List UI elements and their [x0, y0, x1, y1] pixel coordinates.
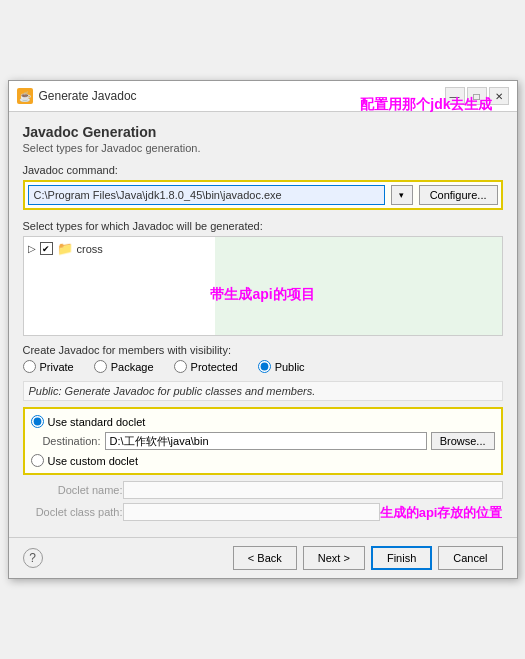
radio-private-input[interactable] [23, 360, 36, 373]
nav-buttons: < Back Next > Finish Cancel [233, 546, 503, 570]
bottom-bar: ? < Back Next > Finish Cancel [9, 537, 517, 578]
tree-row: ▷ ✔ 📁 cross [28, 241, 498, 256]
radio-public-label: Public [275, 361, 305, 373]
radio-public-input[interactable] [258, 360, 271, 373]
folder-icon: 📁 [57, 241, 73, 256]
window-title: Generate Javadoc [39, 89, 137, 103]
dialog-content: Javadoc Generation Select types for Java… [9, 112, 517, 537]
doclet-classpath-row: Doclet class path: 生成的api存放的位置 [23, 502, 503, 522]
doclet-fields: Doclet name: Doclet class path: 生成的api存放… [23, 481, 503, 522]
radio-standard-doclet[interactable]: Use standard doclet [31, 415, 146, 428]
tree-expand-icon[interactable]: ▷ [28, 243, 36, 254]
finish-button[interactable]: Finish [371, 546, 432, 570]
radio-private[interactable]: Private [23, 360, 74, 373]
visibility-section: Create Javadoc for members with visibili… [23, 344, 503, 373]
custom-doclet-row: Use custom doclet [31, 454, 495, 467]
radio-custom-doclet-input[interactable] [31, 454, 44, 467]
header-annotation: 配置用那个jdk去生成 [360, 96, 492, 114]
cancel-button[interactable]: Cancel [438, 546, 502, 570]
types-annotation: 带生成api的项目 [28, 286, 498, 304]
command-input[interactable] [28, 185, 385, 205]
configure-button[interactable]: Configure... [419, 185, 498, 205]
standard-doclet-label: Use standard doclet [48, 416, 146, 428]
radio-protected-input[interactable] [174, 360, 187, 373]
radio-row: Private Package Protected Public [23, 360, 503, 373]
doclet-classpath-label: Doclet class path: [23, 506, 123, 518]
destination-row: Destination: Browse... [31, 432, 495, 450]
types-label: Select types for which Javadoc will be g… [23, 220, 503, 232]
visibility-label: Create Javadoc for members with visibili… [23, 344, 503, 356]
types-area: ▷ ✔ 📁 cross 带生成api的项目 [23, 236, 503, 336]
radio-protected[interactable]: Protected [174, 360, 238, 373]
radio-public[interactable]: Public [258, 360, 305, 373]
doclet-section: Use standard doclet Destination: Browse.… [23, 407, 503, 475]
custom-doclet-label: Use custom doclet [48, 455, 138, 467]
command-label: Javadoc command: [23, 164, 503, 176]
doclet-annotation: 生成的api存放的位置 [380, 504, 503, 522]
tree-item-label: cross [77, 243, 103, 255]
back-button[interactable]: < Back [233, 546, 297, 570]
radio-package-label: Package [111, 361, 154, 373]
page-subtitle: Select types for Javadoc generation. [23, 142, 503, 154]
radio-package[interactable]: Package [94, 360, 154, 373]
command-row: ▾ Configure... [23, 180, 503, 210]
doclet-classpath-input[interactable] [123, 503, 380, 521]
radio-protected-label: Protected [191, 361, 238, 373]
radio-package-input[interactable] [94, 360, 107, 373]
radio-private-label: Private [40, 361, 74, 373]
title-bar-left: ☕ Generate Javadoc [17, 88, 137, 104]
doclet-name-input[interactable] [123, 481, 503, 499]
dropdown-button[interactable]: ▾ [391, 185, 413, 205]
browse-button[interactable]: Browse... [431, 432, 495, 450]
help-button[interactable]: ? [23, 548, 43, 568]
doclet-name-row: Doclet name: [23, 481, 503, 499]
standard-doclet-row: Use standard doclet [31, 415, 495, 428]
tree-checkbox[interactable]: ✔ [40, 242, 53, 255]
page-title: Javadoc Generation [23, 124, 503, 140]
visibility-description: Public: Generate Javadoc for public clas… [23, 381, 503, 401]
next-button[interactable]: Next > [303, 546, 365, 570]
radio-standard-doclet-input[interactable] [31, 415, 44, 428]
window-icon: ☕ [17, 88, 33, 104]
main-window: ☕ Generate Javadoc — □ ✕ Javadoc Generat… [8, 80, 518, 579]
doclet-name-label: Doclet name: [23, 484, 123, 496]
destination-label: Destination: [31, 435, 101, 447]
radio-custom-doclet[interactable]: Use custom doclet [31, 454, 138, 467]
destination-input[interactable] [105, 432, 427, 450]
